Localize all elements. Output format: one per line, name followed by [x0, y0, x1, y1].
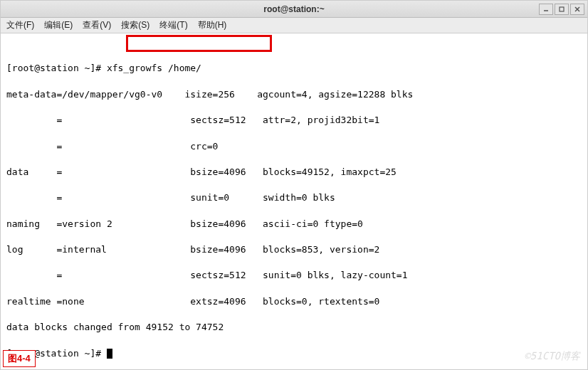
terminal-line: log =internal bsize=4096 blocks=853, ver… [6, 243, 582, 256]
terminal-line: = sectsz=512 sunit=0 blks, lazy-count=1 [6, 269, 582, 282]
terminal-cursor [107, 349, 112, 359]
terminal-line: realtime =none extsz=4096 blocks=0, rtex… [6, 295, 582, 308]
window-titlebar: root@station:~ [1, 1, 587, 18]
menu-edit[interactable]: 编辑(E) [44, 19, 73, 31]
close-button[interactable] [570, 4, 584, 15]
terminal-line: data blocks changed from 49152 to 74752 [6, 321, 582, 334]
maximize-button[interactable] [555, 4, 569, 15]
menu-help[interactable]: 帮助(H) [198, 19, 227, 31]
watermark: ©51CTO博客 [524, 349, 580, 364]
terminal-line: = sectsz=512 attr=2, projid32bit=1 [6, 114, 582, 127]
terminal-output[interactable]: [root@station ~]# xfs_growfs /home/ meta… [1, 33, 587, 369]
menubar: 文件(F) 编辑(E) 查看(V) 搜索(S) 终端(T) 帮助(H) [1, 18, 587, 33]
terminal-line: naming =version 2 bsize=4096 ascii-ci=0 … [6, 218, 582, 231]
window-title: root@station:~ [263, 4, 324, 14]
terminal-line: [root@station ~]# xfs_growfs /home/ [6, 62, 582, 75]
terminal-line: = sunit=0 swidth=0 blks [6, 191, 582, 204]
menu-file[interactable]: 文件(F) [6, 19, 34, 31]
menu-view[interactable]: 查看(V) [83, 19, 111, 31]
terminal-line: data = bsize=4096 blocks=49152, imaxpct=… [6, 166, 582, 179]
window-controls [539, 4, 584, 15]
menu-search[interactable]: 搜索(S) [121, 19, 149, 31]
svg-rect-1 [560, 7, 564, 11]
terminal-line: meta-data=/dev/mapper/vg0-v0 isize=256 a… [6, 88, 582, 101]
terminal-line: = crc=0 [6, 140, 582, 153]
minimize-button[interactable] [539, 4, 553, 15]
menu-terminal[interactable]: 终端(T) [159, 19, 187, 31]
figure-caption: 图4-4 [3, 350, 36, 367]
command-highlight-box [126, 35, 272, 52]
